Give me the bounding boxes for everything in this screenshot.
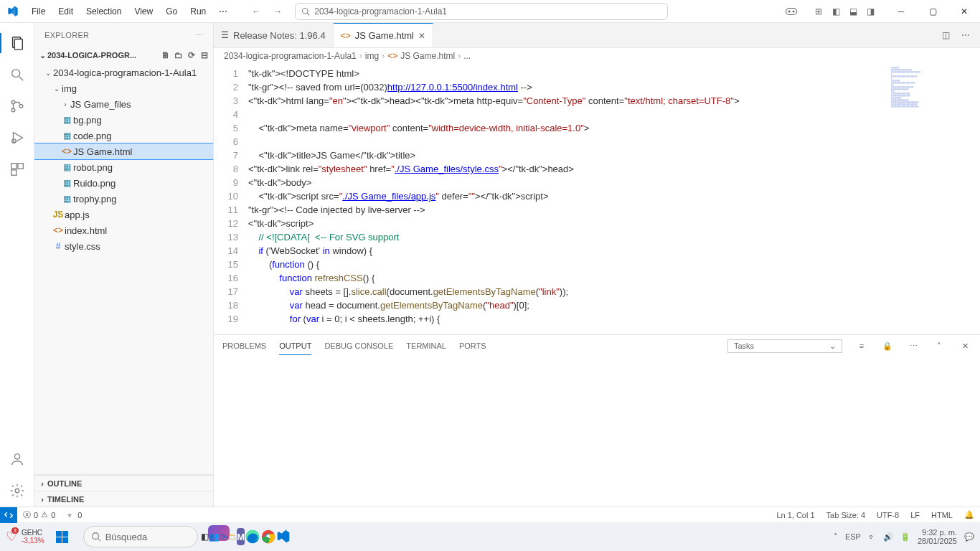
output-lock-icon[interactable]: 🔒 bbox=[881, 342, 894, 351]
windows-taskbar: ♡ GEHC -3,13% Búsqueda ◧ 👥 🛍 🗀 M ˄ ESP ᯤ… bbox=[0, 522, 980, 551]
app-purple-icon[interactable]: M bbox=[237, 528, 245, 545]
account-icon[interactable] bbox=[0, 443, 34, 475]
output-filter-icon[interactable]: ≡ bbox=[855, 342, 868, 350]
code-editor[interactable]: 12345678910111213141516171819 "tk-dk"><!… bbox=[214, 64, 980, 334]
chrome-icon[interactable] bbox=[260, 525, 276, 548]
folder-img[interactable]: ⌄img bbox=[34, 80, 213, 96]
output-channel-select[interactable]: Tasks⌄ bbox=[727, 339, 842, 353]
layout-customize-icon[interactable]: ⊞ bbox=[811, 4, 826, 19]
vscode-taskbar-icon[interactable] bbox=[276, 525, 291, 548]
project-header[interactable]: ⌄ 2034-LOGICA-PROGR... 🗎 🗀 ⟳ ⊟ bbox=[34, 47, 213, 63]
settings-gear-icon[interactable] bbox=[0, 475, 34, 507]
tab-more-icon[interactable]: ⋯ bbox=[957, 27, 974, 44]
close-tab-icon[interactable]: ✕ bbox=[418, 31, 425, 41]
file-index[interactable]: <>index.html bbox=[34, 222, 213, 238]
split-editor-icon[interactable]: ◫ bbox=[937, 27, 954, 44]
remote-icon[interactable] bbox=[0, 507, 17, 523]
menu-file[interactable]: File bbox=[26, 4, 51, 19]
status-ports[interactable]: ᯤ 0 bbox=[61, 511, 88, 519]
window-close-icon[interactable]: ✕ bbox=[948, 0, 980, 23]
new-folder-icon[interactable]: 🗀 bbox=[173, 50, 184, 60]
menu-edit[interactable]: Edit bbox=[52, 4, 79, 19]
timeline-header[interactable]: ›TIMELINE bbox=[34, 491, 213, 507]
line-gutter: 12345678910111213141516171819 bbox=[214, 64, 248, 334]
search-tab-icon[interactable] bbox=[0, 59, 34, 90]
file-trophy[interactable]: ▦trophy.png bbox=[34, 191, 213, 207]
edge-icon[interactable] bbox=[245, 525, 260, 548]
stock-widget-icon[interactable]: ♡ bbox=[6, 529, 17, 545]
wifi-icon[interactable]: ᯤ bbox=[868, 532, 876, 541]
tray-language[interactable]: ESP bbox=[845, 532, 861, 541]
panel-close-icon[interactable]: ✕ bbox=[958, 342, 971, 351]
panel-bottom-icon[interactable]: ⬓ bbox=[845, 4, 861, 19]
code-content[interactable]: "tk-dk"><!DOCTYPE html> "tk-gr"><!-- sav… bbox=[248, 64, 980, 334]
menu-go[interactable]: Go bbox=[160, 4, 183, 19]
taskbar-search[interactable]: Búsqueda bbox=[83, 526, 198, 547]
store-icon[interactable]: 🛍 bbox=[220, 525, 228, 548]
panel-problems[interactable]: PROBLEMS bbox=[222, 337, 266, 354]
output-more-icon[interactable]: ⋯ bbox=[907, 342, 920, 351]
status-encoding[interactable]: UTF-8 bbox=[871, 511, 905, 519]
collapse-icon[interactable]: ⊟ bbox=[199, 50, 210, 60]
notifications-icon[interactable]: 💬 bbox=[964, 532, 974, 542]
menu-view[interactable]: View bbox=[128, 4, 159, 19]
folder-root[interactable]: ⌄2034-logica-programacion-1-Aula1 bbox=[34, 65, 213, 80]
status-cursor[interactable]: Ln 1, Col 1 bbox=[771, 511, 820, 519]
copilot-icon[interactable] bbox=[783, 4, 799, 19]
new-file-icon[interactable]: 🗎 bbox=[160, 50, 171, 60]
window-minimize-icon[interactable]: ─ bbox=[885, 0, 917, 23]
file-appjs[interactable]: JSapp.js bbox=[34, 207, 213, 222]
back-icon[interactable]: ← bbox=[248, 4, 265, 19]
menu-more-icon[interactable]: ⋯ bbox=[213, 4, 233, 19]
source-control-icon[interactable] bbox=[0, 90, 34, 122]
start-button[interactable] bbox=[49, 525, 76, 548]
svg-point-17 bbox=[15, 489, 19, 493]
stock-widget[interactable]: GEHC -3,13% bbox=[22, 529, 44, 545]
status-indent[interactable]: Tab Size: 4 bbox=[821, 511, 871, 519]
tab-release-notes[interactable]: ☰Release Notes: 1.96.4 bbox=[214, 23, 334, 47]
forward-icon[interactable]: → bbox=[269, 4, 286, 19]
clock[interactable]: 9:32 p. m. 28/01/2025 bbox=[918, 528, 957, 545]
minimap[interactable]: ████████████████████████████████████████… bbox=[891, 67, 970, 146]
teams-icon[interactable]: 👥 bbox=[209, 525, 220, 548]
panel-maximize-icon[interactable]: ˄ bbox=[933, 342, 946, 351]
file-bg[interactable]: ▦bg.png bbox=[34, 112, 213, 128]
menu-selection[interactable]: Selection bbox=[80, 4, 127, 19]
extensions-icon[interactable] bbox=[0, 154, 34, 185]
panel-terminal[interactable]: TERMINAL bbox=[406, 337, 446, 354]
refresh-icon[interactable]: ⟳ bbox=[186, 50, 197, 60]
explorer-icon[interactable] bbox=[0, 27, 34, 59]
volume-icon[interactable]: 🔊 bbox=[883, 532, 893, 542]
status-language[interactable]: HTML bbox=[925, 511, 958, 519]
svg-rect-15 bbox=[11, 170, 16, 175]
outline-header[interactable]: ›OUTLINE bbox=[34, 475, 213, 491]
file-ruido[interactable]: ▦Ruido.png bbox=[34, 175, 213, 191]
panel-output[interactable]: OUTPUT bbox=[279, 337, 311, 355]
panel-ports[interactable]: PORTS bbox=[459, 337, 486, 354]
tray-chevron-icon[interactable]: ˄ bbox=[834, 532, 838, 542]
status-bell-icon[interactable]: 🔔 bbox=[958, 510, 980, 519]
app-icon[interactable]: ◧ 👥 🛍 🗀 M bbox=[232, 525, 260, 548]
battery-icon[interactable]: 🔋 bbox=[900, 532, 910, 542]
panel-right-icon[interactable]: ◨ bbox=[862, 4, 878, 19]
command-center[interactable]: 2034-logica-programacion-1-Aula1 bbox=[295, 3, 668, 20]
file-jsgame-html[interactable]: <>JS Game.html bbox=[34, 143, 213, 159]
window-maximize-icon[interactable]: ▢ bbox=[917, 0, 948, 23]
explorer-app-icon[interactable]: 🗀 bbox=[228, 525, 237, 548]
svg-line-1 bbox=[307, 13, 309, 15]
file-robot[interactable]: ▦robot.png bbox=[34, 159, 213, 175]
status-eol[interactable]: LF bbox=[905, 511, 925, 519]
run-debug-icon[interactable] bbox=[0, 122, 34, 154]
svg-point-18 bbox=[92, 533, 98, 540]
menu-run[interactable]: Run bbox=[184, 4, 212, 19]
explorer-more-icon[interactable]: ⋯ bbox=[195, 31, 203, 40]
folder-jsgamefiles[interactable]: ›JS Game_files bbox=[34, 96, 213, 112]
panel-left-icon[interactable]: ◧ bbox=[828, 4, 844, 19]
status-errors[interactable]: ⓧ 0 ⚠ 0 bbox=[17, 509, 61, 520]
title-bar: File Edit Selection View Go Run ⋯ ← → 20… bbox=[0, 0, 980, 23]
panel-debug[interactable]: DEBUG CONSOLE bbox=[324, 337, 393, 354]
file-code[interactable]: ▦code.png bbox=[34, 128, 213, 143]
tab-jsgame[interactable]: <>JS Game.html✕ bbox=[334, 23, 433, 47]
file-stylecss[interactable]: #style.css bbox=[34, 238, 213, 254]
breadcrumb[interactable]: 2034-logica-programacion-1-Aula1› img› <… bbox=[214, 48, 980, 64]
